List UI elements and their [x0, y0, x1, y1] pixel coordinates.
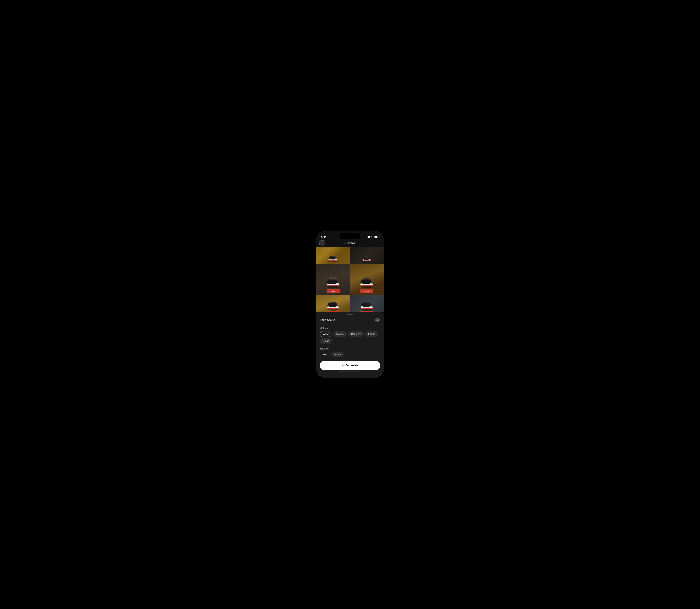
sneaker-image-br [359, 299, 375, 312]
sheet-title: Edit scene [320, 318, 336, 322]
grid-cell-mid-right[interactable]: NIKE [350, 264, 384, 295]
svg-rect-5 [331, 256, 335, 257]
chip-glass-label: Glass [323, 340, 329, 342]
svg-rect-39 [364, 302, 370, 303]
grid-cell-mid-left[interactable]: NIKE [316, 264, 350, 295]
chip-soft[interactable]: Soft [320, 352, 330, 357]
material-label: Material [320, 327, 380, 330]
sheet-header: Edit scene ✕ [320, 318, 380, 323]
nike-box-br [360, 311, 373, 312]
grid-cell-top-left[interactable] [316, 247, 350, 264]
close-button[interactable]: ✕ [375, 318, 380, 323]
nike-box-mr: NIKE [360, 289, 373, 293]
home-indicator [338, 371, 362, 372]
chip-wood-label: Wood [323, 333, 329, 335]
nike-box-bl [327, 311, 340, 312]
close-icon: ✕ [377, 319, 379, 321]
chip-concrete-label: Concrete [351, 333, 361, 335]
svg-rect-22 [327, 285, 339, 286]
svg-rect-33 [330, 302, 336, 303]
nav-title: Surface [344, 241, 356, 245]
back-button[interactable]: ‹ [319, 240, 325, 246]
battery-icon [375, 236, 379, 238]
chip-glass[interactable]: Glass [320, 338, 332, 344]
nike-box-ml: NIKE [327, 289, 340, 293]
sneaker-image-mr [359, 275, 375, 289]
back-chevron-icon: ‹ [322, 242, 323, 245]
nav-bar: ‹ Surface [316, 240, 384, 247]
grid-cell-bot-left[interactable] [316, 295, 350, 312]
generate-label: Generate [345, 364, 359, 367]
sparkle-icon: ✦ [341, 364, 344, 367]
phone-screen: 9:41 [316, 231, 384, 378]
status-bar: 9:41 [316, 231, 384, 240]
chip-fabric-label: Fabric [368, 333, 375, 335]
material-section: Material Wood Marble Concrete Fabric [320, 327, 380, 344]
chip-fabric[interactable]: Fabric [365, 331, 378, 337]
svg-point-8 [363, 261, 371, 262]
chip-wood[interactable]: Wood [320, 331, 332, 337]
generate-button[interactable]: ✦ Generate [320, 361, 380, 370]
sneaker-image-tr [362, 255, 372, 263]
wifi-icon [371, 236, 374, 238]
svg-point-23 [361, 286, 373, 288]
svg-rect-40 [361, 308, 373, 309]
svg-point-14 [327, 286, 339, 288]
chip-harsh-label: Harsh [334, 353, 341, 356]
svg-rect-28 [360, 285, 373, 286]
chip-marble[interactable]: Marble [333, 331, 347, 337]
svg-rect-27 [363, 278, 370, 280]
status-time: 9:41 [321, 236, 326, 239]
sneaker-image-bl [325, 299, 341, 312]
chip-concrete[interactable]: Concrete [348, 331, 364, 337]
bottom-sheet: Edit scene ✕ Material Wood Marble Concre… [316, 312, 384, 378]
sneaker-image-tl [328, 254, 339, 263]
chip-harsh[interactable]: Harsh [331, 352, 344, 357]
shadow-section: Shadow Soft Harsh [320, 347, 380, 357]
svg-point-35 [361, 309, 372, 311]
svg-point-29 [328, 309, 339, 311]
svg-rect-13 [363, 261, 371, 261]
chip-soft-label: Soft [323, 353, 327, 356]
dynamic-island [340, 233, 360, 239]
chip-marble-label: Marble [336, 333, 344, 335]
grid-cell-bot-right[interactable] [350, 295, 384, 312]
image-grid: NIKE NIKE [316, 247, 384, 312]
svg-rect-20 [329, 277, 337, 279]
svg-rect-34 [327, 308, 339, 309]
status-icons [367, 236, 379, 238]
grid-cell-top-right[interactable] [350, 247, 384, 264]
shadow-chips: Soft Harsh [320, 352, 380, 357]
shadow-label: Shadow [320, 347, 380, 350]
sheet-handle [347, 314, 353, 315]
material-chips: Wood Marble Concrete Fabric Glass [320, 331, 380, 344]
svg-rect-7 [329, 260, 338, 261]
svg-rect-12 [365, 257, 369, 258]
phone-device: 9:41 [316, 231, 384, 378]
sneaker-image-ml [325, 275, 341, 289]
signal-icon [367, 236, 370, 238]
